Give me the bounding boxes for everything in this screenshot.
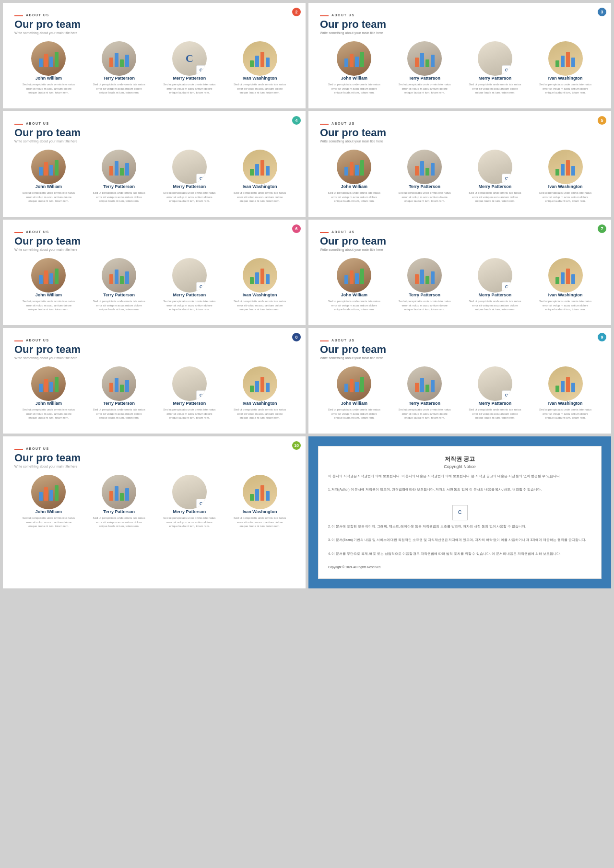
bar: [571, 383, 575, 392]
small-bars: [555, 50, 575, 67]
small-bars: [250, 483, 270, 501]
team-member: C Merry Patterson Sed ut perspiciatis un…: [469, 366, 521, 420]
slide-2-num: 3: [598, 8, 606, 16]
avatar: [407, 150, 442, 184]
member-desc: Sed ut perspiciatis unde omnis iste natu…: [163, 408, 216, 420]
avatar: [31, 475, 66, 509]
about-dash: [14, 340, 23, 341]
bar: [49, 490, 53, 501]
slide-1-team-row: John William Sed ut perspiciatis unde om…: [14, 41, 294, 94]
member-desc: Sed ut perspiciatis unde omnis iste natu…: [234, 191, 286, 203]
slide-8: ABOUT US Our pro team Write something ab…: [308, 328, 611, 434]
small-bars: [109, 158, 129, 176]
small-bars: [344, 50, 364, 67]
small-bars: [39, 375, 59, 392]
chart-graphic: [337, 150, 371, 184]
bar: [415, 383, 419, 392]
slide-3-about: ABOUT US: [26, 122, 49, 125]
slide-1-about: ABOUT US: [26, 13, 49, 17]
small-bars: [344, 375, 364, 392]
avatar: [548, 150, 583, 184]
bar: [109, 166, 113, 176]
bar: [266, 274, 270, 284]
slide-7-team-row: John William Sed ut perspiciatis unde om…: [14, 366, 294, 420]
bar: [125, 488, 129, 501]
slide-6-about: ABOUT US: [331, 230, 355, 234]
team-member: John William Sed ut perspiciatis unde om…: [328, 41, 380, 94]
small-bars: [555, 375, 575, 392]
member-desc: Sed ut perspiciatis unde omnis iste natu…: [398, 82, 451, 94]
avatar-4: [243, 41, 277, 76]
bar: [109, 383, 113, 392]
bar: [415, 166, 419, 176]
member-desc: Sed ut perspiciatis unde omnis iste natu…: [328, 408, 380, 420]
bar: [260, 377, 264, 392]
avatar: [243, 150, 277, 184]
bar: [39, 167, 43, 176]
team-member-3: C C Merry Patterson Sed ut perspiciatis …: [163, 41, 216, 94]
team-member: John William Sed ut perspiciatis unde om…: [328, 366, 380, 420]
member-name: John William: [35, 184, 62, 189]
member-name: Terry Patterson: [103, 293, 135, 297]
member-desc: Sed ut perspiciatis unde omnis iste natu…: [328, 191, 380, 203]
small-bars: [39, 158, 59, 176]
team-member: Terry Patterson Sed ut perspiciatis unde…: [93, 258, 145, 311]
small-bars: [109, 267, 129, 284]
bar: [39, 384, 43, 392]
bar: [44, 487, 48, 501]
badge-letter: C: [196, 174, 206, 183]
member-desc: Sed ut perspiciatis unde omnis iste natu…: [163, 516, 216, 528]
member-name: Terry Patterson: [409, 76, 440, 81]
member-name: Terry Patterson: [409, 401, 440, 406]
avatar: [337, 366, 371, 401]
chart-graphic: [337, 41, 371, 76]
slide-5-about-line: ABOUT US: [14, 230, 294, 235]
bar: [49, 165, 53, 176]
bar: [344, 275, 348, 284]
avatar: [243, 475, 277, 509]
member-name: Ivan Washington: [243, 509, 277, 514]
member-name: Ivan Washington: [548, 293, 583, 297]
slide-2-title: Our pro team: [320, 19, 600, 30]
small-bars-2: [109, 50, 129, 67]
slide-8-subtitle: Write something about your main title he…: [320, 356, 600, 360]
bar: [44, 270, 48, 284]
chart-graphic-4: [243, 41, 277, 76]
member-name: Merry Patterson: [479, 76, 512, 81]
team-member: John William Sed ut perspiciatis unde om…: [328, 258, 380, 311]
chart-graphic: [31, 366, 66, 401]
slide-5-team-row: John William Sed ut perspiciatis unde om…: [14, 258, 294, 311]
slide-6-num: 7: [598, 224, 606, 233]
bar: [266, 166, 270, 176]
bar: [431, 380, 435, 392]
chart-graphic: [243, 150, 277, 184]
chart-graphic: [407, 258, 442, 293]
member-desc: Sed ut perspiciatis unde omnis iste natu…: [539, 82, 592, 94]
slide-3-team-row: John William Sed ut perspiciatis unde om…: [14, 150, 294, 203]
avatar: [407, 258, 442, 293]
slide-1-about-line: ABOUT US: [14, 13, 294, 18]
member-name: John William: [35, 293, 62, 297]
team-member: Ivan Washington Sed ut perspiciatis unde…: [234, 475, 286, 528]
member-1-name: John William: [35, 76, 62, 81]
bar: [115, 53, 118, 67]
member-name: Terry Patterson: [103, 401, 135, 406]
member-desc: Sed ut perspiciatis unde omnis iste natu…: [163, 191, 216, 203]
small-bars: [555, 267, 575, 284]
badge-letter: C: [196, 499, 206, 508]
chart-graphic: [548, 366, 583, 401]
bar: [566, 377, 570, 392]
bar: [39, 492, 43, 501]
team-member: C Merry Patterson Sed ut perspiciatis un…: [163, 150, 216, 203]
bar: [415, 58, 419, 67]
avatar: [548, 258, 583, 293]
member-desc: Sed ut perspiciatis unde omnis iste natu…: [469, 408, 521, 420]
member-1-desc: Sed ut perspiciatis unde omnis iste natu…: [22, 82, 75, 94]
member-name: John William: [341, 184, 367, 189]
bar: [425, 59, 429, 67]
small-bars: [250, 158, 270, 176]
bar: [55, 269, 59, 284]
chart-graphic: [548, 150, 583, 184]
slide-9-team-row: John William Sed ut perspiciatis unde om…: [14, 475, 294, 528]
member-desc: Sed ut perspiciatis unde omnis iste natu…: [398, 299, 451, 311]
